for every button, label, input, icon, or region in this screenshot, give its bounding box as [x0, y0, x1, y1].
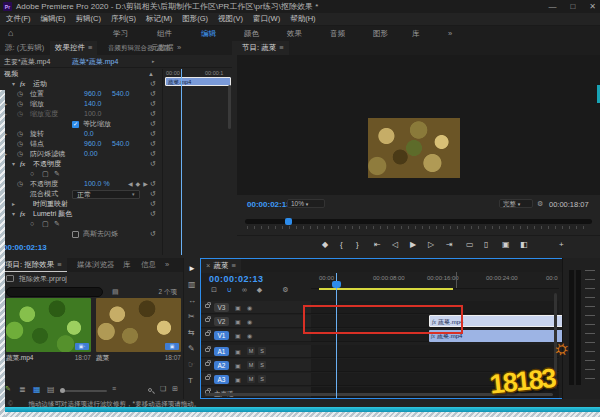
tab-source-monitor[interactable]: 源: (无剪辑) — [0, 41, 49, 55]
workspace-tab-color[interactable]: 颜色 — [244, 29, 259, 39]
menu-markers[interactable]: 标记(M) — [146, 14, 172, 24]
sync-lock-icon[interactable]: ▣ — [235, 362, 241, 369]
type-tool[interactable]: T — [188, 376, 193, 385]
param-value[interactable]: 140.0 — [84, 99, 102, 109]
tab-close-icon[interactable]: × — [206, 261, 210, 270]
collapse-icon[interactable]: ▾ — [12, 159, 15, 169]
effect-label[interactable]: Lumetri 颜色 — [33, 209, 72, 219]
fx-badge-icon[interactable]: fx — [20, 159, 25, 169]
reset-icon[interactable]: ↺ — [150, 229, 156, 239]
extract-icon[interactable]: ▯ — [484, 240, 488, 249]
timeline-ruler[interactable]: 00:00 00:00:08:00 00:00:16:00 00:00:24:0… — [311, 272, 559, 289]
lift-icon[interactable]: ▭ — [466, 240, 474, 249]
checkbox-unchecked-icon[interactable]: ✓ — [72, 231, 79, 238]
param-value[interactable]: 540.0 — [112, 89, 130, 99]
track-name-a1[interactable]: A1 — [214, 347, 229, 356]
chevron-up-icon[interactable]: ▲ — [148, 69, 154, 79]
mini-timeline-toggle-icon[interactable]: ▸ — [152, 55, 155, 68]
param-value[interactable]: 540.0 — [112, 139, 130, 149]
mute-button[interactable]: M — [247, 375, 255, 383]
solo-button[interactable]: S — [258, 347, 266, 355]
program-scrub-bar[interactable] — [245, 219, 592, 224]
reset-icon[interactable]: ↺ — [150, 199, 156, 209]
stopwatch-icon[interactable]: ◷ — [17, 139, 23, 149]
lock-icon[interactable] — [205, 304, 210, 308]
stopwatch-icon[interactable]: ◷ — [17, 89, 23, 99]
effect-label[interactable]: 运动 — [33, 79, 47, 89]
stopwatch-icon[interactable]: ◷ — [17, 99, 23, 109]
menu-graphics[interactable]: 图形(G) — [182, 14, 208, 24]
workspace-tab-effects[interactable]: 效果 — [287, 29, 302, 39]
icon-view-icon[interactable]: ▦ — [33, 385, 41, 394]
sync-lock-icon[interactable]: ▣ — [235, 348, 241, 355]
tab-effect-controls[interactable]: 效果控件≡ — [50, 41, 97, 55]
panel-menu-icon[interactable]: ≡ — [88, 43, 92, 52]
param-value[interactable]: 100.0 % — [84, 179, 110, 189]
settings-wrench-icon[interactable]: ⚙ — [537, 200, 543, 208]
reset-icon[interactable]: ↺ — [150, 79, 156, 89]
item-name[interactable]: 蔬菜 — [96, 354, 109, 363]
panel-menu-icon[interactable]: ≡ — [231, 261, 235, 270]
comparison-view-icon[interactable]: ◧ — [520, 240, 528, 249]
rect-mask-icon[interactable]: ▢ — [42, 169, 49, 179]
mini-playhead[interactable] — [181, 69, 182, 255]
thumbnail-zoom-slider[interactable] — [62, 390, 107, 392]
param-value[interactable]: 960.0 — [84, 89, 102, 99]
vertical-scrollbar[interactable] — [228, 85, 231, 129]
add-marker-icon[interactable]: ◆ — [322, 240, 328, 249]
ellipse-mask-icon[interactable]: ○ — [30, 219, 34, 229]
reset-icon[interactable]: ↺ — [150, 129, 156, 139]
list-view-icon[interactable]: ≣ — [19, 385, 26, 394]
lock-icon[interactable] — [205, 318, 210, 322]
tab-overflow-icon[interactable]: » — [160, 258, 174, 272]
minimize-button[interactable]: — — [548, 2, 556, 11]
rect-mask-icon[interactable]: ▢ — [42, 219, 49, 229]
track-output-eye-icon[interactable]: ◉ — [247, 304, 252, 311]
mute-button[interactable]: M — [247, 347, 255, 355]
fx-badge-icon[interactable]: fx — [20, 209, 25, 219]
menu-file[interactable]: 文件(F) — [6, 14, 31, 24]
solo-button[interactable]: S — [258, 361, 266, 369]
razor-tool[interactable]: ✂ — [188, 312, 195, 321]
checkbox-checked-icon[interactable]: ✓ — [72, 121, 79, 128]
track-name-v1[interactable]: V1 — [214, 331, 229, 340]
track-output-eye-icon[interactable]: ◉ — [247, 332, 252, 339]
workspace-tab-audio[interactable]: 音频 — [330, 29, 345, 39]
mark-in-icon[interactable]: { — [340, 240, 343, 249]
lock-icon[interactable] — [205, 362, 210, 366]
ripple-edit-tool[interactable]: ↔ — [188, 296, 196, 305]
stopwatch-icon[interactable]: ◷ — [17, 149, 23, 159]
master-clip-breadcrumb[interactable]: 主要*蔬菜.mp4 — [4, 55, 50, 68]
find-icon[interactable] — [148, 388, 152, 392]
track-name-a2[interactable]: A2 — [214, 361, 229, 370]
param-value[interactable]: 0.0 — [84, 129, 94, 139]
hand-tool[interactable]: ☞ — [188, 360, 195, 369]
project-item-thumbnail[interactable]: ▣ — [96, 298, 181, 352]
sync-lock-icon[interactable]: ▣ — [235, 318, 241, 325]
tab-overflow-icon[interactable]: » — [172, 41, 186, 55]
workspace-tab-graphics[interactable]: 图形 — [373, 29, 388, 39]
lock-icon[interactable] — [205, 348, 210, 352]
reset-icon[interactable]: ↺ — [150, 139, 156, 149]
sync-lock-icon[interactable]: ▣ — [235, 332, 241, 339]
reset-icon[interactable]: ↺ — [150, 159, 156, 169]
collapse-icon[interactable]: ▸ — [12, 199, 15, 209]
workspace-overflow-icon[interactable]: » — [448, 29, 452, 38]
pen-mask-icon[interactable]: ✎ — [54, 219, 60, 229]
freeform-view-icon[interactable]: ▤ — [47, 385, 55, 394]
tab-libraries[interactable]: 库 — [118, 258, 136, 272]
keyframe-nav-icons[interactable]: ◀◆▶ — [128, 179, 151, 189]
fx-badge-icon[interactable]: fx — [20, 79, 25, 89]
timeline-timecode[interactable]: 00:00:02:13 — [209, 274, 264, 284]
track-lane-a1[interactable] — [311, 345, 559, 358]
tab-project[interactable]: 项目: 抠除效果≡ — [0, 258, 67, 272]
collapse-icon[interactable]: ▾ — [12, 79, 15, 89]
sync-lock-icon[interactable]: ▣ — [235, 376, 241, 383]
button-editor-icon[interactable]: + — [559, 240, 564, 249]
lock-icon[interactable] — [205, 332, 210, 336]
slip-tool[interactable]: ⇆ — [188, 328, 195, 337]
track-output-eye-icon[interactable]: ◉ — [247, 318, 252, 325]
ellipse-mask-icon[interactable]: ○ — [30, 169, 34, 179]
menu-view[interactable]: 视图(V) — [218, 14, 243, 24]
stopwatch-icon[interactable]: ◷ — [17, 129, 23, 139]
